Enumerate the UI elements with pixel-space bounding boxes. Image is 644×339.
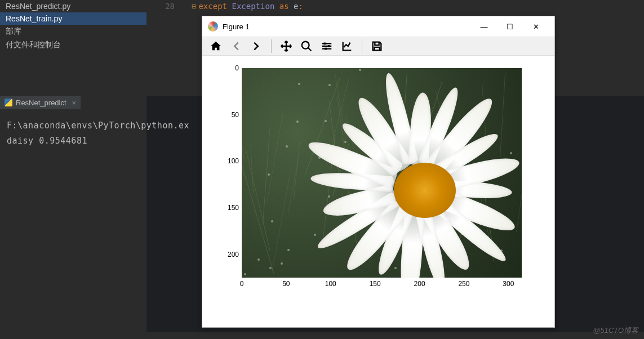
zoom-icon[interactable] (297, 38, 316, 54)
file-item-lib[interactable]: 部库 (0, 25, 146, 38)
matplotlib-icon (208, 21, 218, 32)
close-button[interactable]: ✕ (523, 19, 549, 34)
plot-image (242, 68, 522, 278)
close-tab-button[interactable]: × (72, 99, 77, 107)
console-line: F:\anaconda\envs\PyTorch\python.ex (7, 118, 196, 133)
toolbar-separator (271, 39, 272, 53)
back-icon[interactable] (227, 38, 245, 54)
x-tick: 200 (414, 280, 425, 288)
svg-point-0 (302, 42, 309, 49)
python-icon (5, 99, 12, 106)
x-tick: 100 (325, 280, 336, 288)
figure-toolbar (202, 37, 554, 56)
console-output[interactable]: F:\anaconda\envs\PyTorch\python.ex daisy… (0, 109, 203, 158)
x-tick: 0 (240, 280, 244, 288)
y-tick: 100 (228, 157, 239, 165)
x-tick: 250 (458, 280, 469, 288)
save-icon[interactable] (368, 38, 386, 54)
configure-icon[interactable] (318, 38, 336, 54)
x-tick: 300 (503, 280, 514, 288)
plot-area[interactable]: 050100150200 050100150200250300 (202, 56, 554, 327)
x-tick: 50 (282, 280, 290, 288)
fold-icon[interactable]: ⊟ (192, 2, 196, 11)
toolbar-separator (362, 39, 362, 53)
line-number: 28 (158, 2, 175, 11)
y-tick: 0 (235, 64, 239, 72)
figure-title: Figure 1 (223, 23, 250, 31)
run-config-tab[interactable]: ResNet_predict × (0, 96, 81, 109)
x-tick: 150 (370, 280, 381, 288)
project-sidebar: ResNet_predict.py ResNet_train.py 部库 付文件… (0, 0, 146, 339)
forward-icon[interactable] (247, 38, 265, 54)
file-item-train[interactable]: ResNet_train.py (0, 12, 146, 25)
y-tick: 200 (228, 251, 239, 258)
file-item-console[interactable]: 付文件和控制台 (0, 38, 146, 52)
console-line: daisy 0.9544681 (7, 133, 196, 149)
watermark: @51CTO博客 (593, 325, 638, 336)
y-tick: 50 (232, 111, 239, 119)
run-config-label: ResNet_predict (16, 99, 66, 107)
svg-rect-3 (325, 48, 327, 50)
svg-rect-2 (328, 45, 330, 47)
pan-icon[interactable] (277, 38, 295, 54)
y-tick: 150 (228, 204, 239, 212)
maximize-button[interactable]: ☐ (497, 19, 523, 34)
figure-titlebar[interactable]: Figure 1 — ☐ ✕ (202, 16, 554, 37)
file-item-predict[interactable]: ResNet_predict.py (0, 0, 146, 12)
figure-window: Figure 1 — ☐ ✕ (202, 16, 555, 328)
axes-icon[interactable] (338, 38, 356, 54)
svg-rect-1 (324, 43, 326, 45)
minimize-button[interactable]: — (471, 19, 497, 34)
home-icon[interactable] (207, 38, 225, 54)
